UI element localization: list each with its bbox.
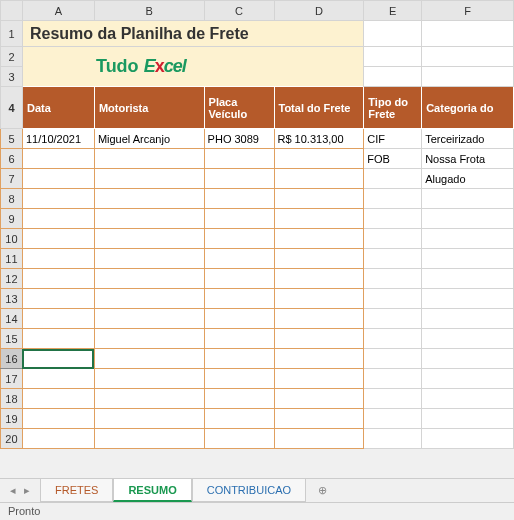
row-header-3[interactable]: 3 (1, 67, 23, 87)
cell-D9[interactable] (274, 209, 364, 229)
table-header-motorista[interactable]: Motorista (94, 87, 204, 129)
cell-D5[interactable]: R$ 10.313,00 (274, 129, 364, 149)
cell-D11[interactable] (274, 249, 364, 269)
cell-F5[interactable]: Terceirizado (422, 129, 514, 149)
cell-E12[interactable] (364, 269, 422, 289)
cell-B18[interactable] (94, 389, 204, 409)
select-all-corner[interactable] (1, 1, 23, 21)
row-header-16[interactable]: 16 (1, 349, 23, 369)
cell-C19[interactable] (204, 409, 274, 429)
cell-A18[interactable] (22, 389, 94, 409)
cell-B10[interactable] (94, 229, 204, 249)
cell-C15[interactable] (204, 329, 274, 349)
spreadsheet-grid[interactable]: A B C D E F 1 Resumo da Planilha de Fret… (0, 0, 514, 449)
cell-B13[interactable] (94, 289, 204, 309)
cell-D17[interactable] (274, 369, 364, 389)
add-sheet-button[interactable]: ⊕ (306, 484, 339, 497)
cell-D13[interactable] (274, 289, 364, 309)
row-header-15[interactable]: 15 (1, 329, 23, 349)
cell-C8[interactable] (204, 189, 274, 209)
cell-E20[interactable] (364, 429, 422, 449)
row-header-1[interactable]: 1 (1, 21, 23, 47)
cell-C17[interactable] (204, 369, 274, 389)
cell-B7[interactable] (94, 169, 204, 189)
row-header-13[interactable]: 13 (1, 289, 23, 309)
cell-C6[interactable] (204, 149, 274, 169)
cell-E11[interactable] (364, 249, 422, 269)
cell-E5[interactable]: CIF (364, 129, 422, 149)
cell-F19[interactable] (422, 409, 514, 429)
cell-B14[interactable] (94, 309, 204, 329)
cell-D6[interactable] (274, 149, 364, 169)
row-header-2[interactable]: 2 (1, 47, 23, 67)
cell-B20[interactable] (94, 429, 204, 449)
cell-E10[interactable] (364, 229, 422, 249)
row-header-14[interactable]: 14 (1, 309, 23, 329)
cell-B12[interactable] (94, 269, 204, 289)
row-header-12[interactable]: 12 (1, 269, 23, 289)
cell-E6[interactable]: FOB (364, 149, 422, 169)
cell-F13[interactable] (422, 289, 514, 309)
table-header-data[interactable]: Data (22, 87, 94, 129)
cell-C16[interactable] (204, 349, 274, 369)
cell-C5[interactable]: PHO 3089 (204, 129, 274, 149)
row-header-6[interactable]: 6 (1, 149, 23, 169)
cell-F8[interactable] (422, 189, 514, 209)
tab-contribuicao[interactable]: CONTRIBUICAO (192, 479, 306, 502)
cell-C12[interactable] (204, 269, 274, 289)
col-header-B[interactable]: B (94, 1, 204, 21)
cell-E13[interactable] (364, 289, 422, 309)
cell-A10[interactable] (22, 229, 94, 249)
cell-A7[interactable] (22, 169, 94, 189)
cell-A8[interactable] (22, 189, 94, 209)
cell-B19[interactable] (94, 409, 204, 429)
row-header-7[interactable]: 7 (1, 169, 23, 189)
cell-A19[interactable] (22, 409, 94, 429)
cell-D14[interactable] (274, 309, 364, 329)
cell-F15[interactable] (422, 329, 514, 349)
cell-D7[interactable] (274, 169, 364, 189)
cell-F11[interactable] (422, 249, 514, 269)
table-header-tipo[interactable]: Tipo do Frete (364, 87, 422, 129)
cell-B15[interactable] (94, 329, 204, 349)
cell-C14[interactable] (204, 309, 274, 329)
cell-B6[interactable] (94, 149, 204, 169)
cell-C11[interactable] (204, 249, 274, 269)
cell-B16[interactable] (94, 349, 204, 369)
cell-C18[interactable] (204, 389, 274, 409)
cell-E8[interactable] (364, 189, 422, 209)
table-header-categoria[interactable]: Categoria do (422, 87, 514, 129)
cell-B9[interactable] (94, 209, 204, 229)
row-header-11[interactable]: 11 (1, 249, 23, 269)
cell-F16[interactable] (422, 349, 514, 369)
cell-A12[interactable] (22, 269, 94, 289)
cell-F7[interactable]: Alugado (422, 169, 514, 189)
tab-nav-next-icon[interactable]: ▸ (24, 484, 30, 497)
cell-A5[interactable]: 11/10/2021 (22, 129, 94, 149)
cell-E1[interactable] (364, 21, 422, 47)
cell-A9[interactable] (22, 209, 94, 229)
cell-A6[interactable] (22, 149, 94, 169)
cell-C13[interactable] (204, 289, 274, 309)
table-header-placa[interactable]: Placa Veículo (204, 87, 274, 129)
row-header-20[interactable]: 20 (1, 429, 23, 449)
cell-F6[interactable]: Nossa Frota (422, 149, 514, 169)
cell-D10[interactable] (274, 229, 364, 249)
cell-A11[interactable] (22, 249, 94, 269)
cell-B17[interactable] (94, 369, 204, 389)
col-header-A[interactable]: A (22, 1, 94, 21)
cell-E17[interactable] (364, 369, 422, 389)
cell-A16-selected[interactable] (22, 349, 94, 369)
cell-E19[interactable] (364, 409, 422, 429)
cell-D18[interactable] (274, 389, 364, 409)
cell-B11[interactable] (94, 249, 204, 269)
cell-F9[interactable] (422, 209, 514, 229)
cell-F20[interactable] (422, 429, 514, 449)
cell-B5[interactable]: Miguel Arcanjo (94, 129, 204, 149)
row-header-8[interactable]: 8 (1, 189, 23, 209)
cell-E3[interactable] (364, 67, 422, 87)
tab-fretes[interactable]: FRETES (40, 479, 113, 502)
cell-F14[interactable] (422, 309, 514, 329)
cell-E15[interactable] (364, 329, 422, 349)
cell-F10[interactable] (422, 229, 514, 249)
